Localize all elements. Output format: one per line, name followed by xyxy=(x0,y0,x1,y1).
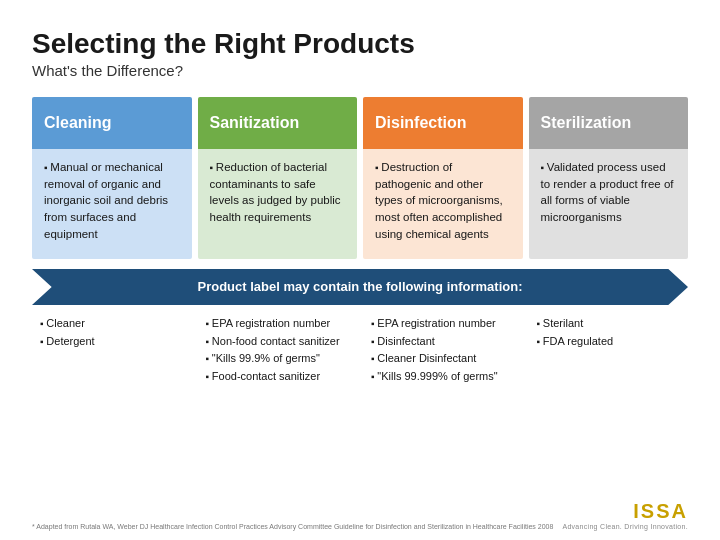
body-cleaning: Manual or mechanical removal of organic … xyxy=(32,149,192,259)
bottom-col-2: EPA registration number Non-food contact… xyxy=(198,311,358,389)
citation-text: * Adapted from Rutala WA, Weber DJ Healt… xyxy=(32,523,553,530)
bottom-item: "Kills 99.9% of germs" xyxy=(206,350,350,368)
column-bodies: Manual or mechanical removal of organic … xyxy=(32,149,688,259)
bottom-item: EPA registration number xyxy=(206,315,350,333)
footer: * Adapted from Rutala WA, Weber DJ Healt… xyxy=(32,500,688,530)
bottom-item: "Kills 99.999% of germs" xyxy=(371,368,515,386)
slide-title: Selecting the Right Products xyxy=(32,28,688,60)
bottom-row: Cleaner Detergent EPA registration numbe… xyxy=(32,311,688,389)
issa-tagline: Advancing Clean. Driving Innovation. xyxy=(562,523,688,530)
bottom-item: Sterilant xyxy=(537,315,681,333)
bottom-item: FDA regulated xyxy=(537,333,681,351)
bottom-col-3: EPA registration number Disinfectant Cle… xyxy=(363,311,523,389)
bottom-item: Food-contact sanitizer xyxy=(206,368,350,386)
bottom-col-4: Sterilant FDA regulated xyxy=(529,311,689,389)
bottom-item: EPA registration number xyxy=(371,315,515,333)
body-sanitization: Reduction of bacterial contaminants to s… xyxy=(198,149,358,259)
issa-logo-text: ISSA xyxy=(633,500,688,523)
header-sanitization: Sanitization xyxy=(198,97,358,149)
product-label-banner: Product label may contain the following … xyxy=(32,269,688,305)
bottom-item: Cleaner Disinfectant xyxy=(371,350,515,368)
slide: Selecting the Right Products What's the … xyxy=(0,0,720,540)
column-headers: Cleaning Sanitization Disinfection Steri… xyxy=(32,97,688,149)
body-sterilization: Validated process used to render a produ… xyxy=(529,149,689,259)
header-cleaning: Cleaning xyxy=(32,97,192,149)
bottom-item: Non-food contact sanitizer xyxy=(206,333,350,351)
issa-logo: ISSA Advancing Clean. Driving Innovation… xyxy=(562,500,688,530)
header-sterilization: Sterilization xyxy=(529,97,689,149)
bottom-item: Cleaner xyxy=(40,315,184,333)
bottom-item: Detergent xyxy=(40,333,184,351)
banner-wrapper: Product label may contain the following … xyxy=(32,269,688,305)
bottom-item: Disinfectant xyxy=(371,333,515,351)
bottom-col-1: Cleaner Detergent xyxy=(32,311,192,389)
header-disinfection: Disinfection xyxy=(363,97,523,149)
slide-subtitle: What's the Difference? xyxy=(32,62,688,79)
body-disinfection: Destruction of pathogenic and other type… xyxy=(363,149,523,259)
